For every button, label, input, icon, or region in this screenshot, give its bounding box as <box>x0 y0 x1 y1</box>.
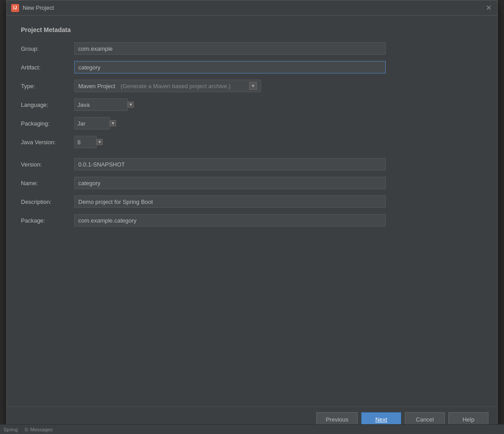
packaging-dropdown[interactable]: Jar <box>74 117 110 130</box>
close-button[interactable]: ✕ <box>484 4 493 12</box>
java-version-dropdown-arrow[interactable]: ▼ <box>97 139 103 145</box>
packaging-dropdown-arrow[interactable]: ▼ <box>110 120 116 126</box>
type-detail: (Generate a Maven based project archive.… <box>121 83 230 89</box>
next-label: Next <box>375 416 387 423</box>
description-input[interactable] <box>74 195 386 208</box>
name-row: Name: <box>21 177 483 189</box>
status-bar: Spring 0: Messages <box>0 424 504 434</box>
language-value: Java <box>77 101 89 108</box>
java-version-dropdown-wrapper: 8 ▼ <box>74 136 103 148</box>
name-input[interactable] <box>74 177 386 189</box>
java-version-row: Java Version: 8 ▼ <box>21 136 483 148</box>
title-bar-left: IJ New Project <box>11 4 54 12</box>
help-label: Help <box>463 416 475 423</box>
dialog-title-bar: IJ New Project ✕ <box>7 0 497 16</box>
cancel-label: Cancel <box>416 416 434 423</box>
group-label: Group: <box>21 45 74 52</box>
type-label: Type: <box>21 83 74 89</box>
type-dropdown[interactable]: Maven Project (Generate a Maven based pr… <box>74 80 261 92</box>
language-dropdown[interactable]: Java <box>74 98 128 111</box>
dialog-title: New Project <box>23 4 54 11</box>
type-value: Maven Project <box>78 83 115 89</box>
status-spring: Spring <box>4 427 18 432</box>
type-dropdown-arrow[interactable]: ▼ <box>249 82 257 90</box>
artifact-label: Artifact: <box>21 64 74 71</box>
version-input[interactable] <box>74 158 386 170</box>
package-label: Package: <box>21 217 74 224</box>
dialog-content: Project Metadata Group: Artifact: Type: … <box>7 16 497 406</box>
name-label: Name: <box>21 180 74 187</box>
artifact-input[interactable] <box>74 61 386 73</box>
package-row: Package: <box>21 214 483 227</box>
ide-left-sidebar <box>0 0 6 434</box>
type-row: Type: Maven Project (Generate a Maven ba… <box>21 80 483 92</box>
status-messages: 0: Messages <box>25 427 52 432</box>
version-label: Version: <box>21 161 74 168</box>
java-version-dropdown[interactable]: 8 <box>74 136 97 148</box>
package-input[interactable] <box>74 214 386 227</box>
packaging-dropdown-wrapper: Jar ▼ <box>74 117 116 130</box>
java-version-value: 8 <box>77 139 81 146</box>
new-project-dialog: IJ New Project ✕ Project Metadata Group:… <box>6 0 498 434</box>
language-dropdown-arrow[interactable]: ▼ <box>128 101 134 108</box>
description-row: Description: <box>21 195 483 208</box>
group-row: Group: <box>21 42 483 55</box>
packaging-label: Packaging: <box>21 120 74 127</box>
version-row: Version: <box>21 158 483 170</box>
section-title: Project Metadata <box>21 26 483 33</box>
artifact-row: Artifact: <box>21 61 483 73</box>
packaging-row: Packaging: Jar ▼ <box>21 117 483 130</box>
group-input[interactable] <box>74 42 386 55</box>
packaging-value: Jar <box>77 120 85 127</box>
description-label: Description: <box>21 199 74 205</box>
language-label: Language: <box>21 101 74 108</box>
java-version-label: Java Version: <box>21 139 74 146</box>
language-row: Language: Java ▼ <box>21 98 483 111</box>
previous-label: Previous <box>326 416 348 423</box>
dialog-app-icon: IJ <box>11 4 19 12</box>
language-dropdown-wrapper: Java ▼ <box>74 98 134 111</box>
spacer <box>21 154 483 158</box>
